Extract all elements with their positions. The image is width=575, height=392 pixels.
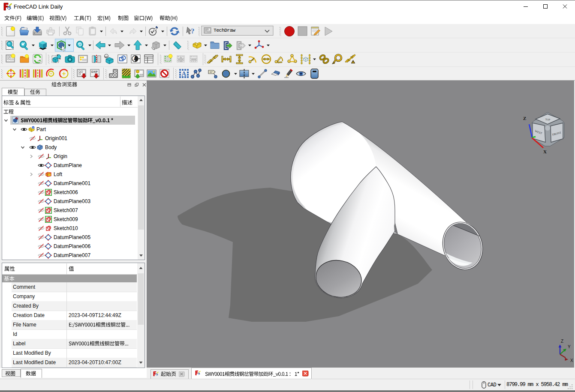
svg-text:A: A — [134, 57, 137, 61]
svg-text:TOP: TOP — [545, 118, 551, 121]
svg-text:A: A — [182, 70, 187, 77]
svg-text:?: ? — [191, 27, 195, 35]
svg-text:Z: Z — [561, 339, 563, 344]
svg-text:DXF: DXF — [91, 70, 98, 74]
svg-text:X: X — [543, 149, 547, 154]
svg-text:X: X — [570, 358, 573, 363]
svg-text:Z: Z — [523, 116, 526, 121]
svg-text:Y: Y — [568, 344, 571, 349]
